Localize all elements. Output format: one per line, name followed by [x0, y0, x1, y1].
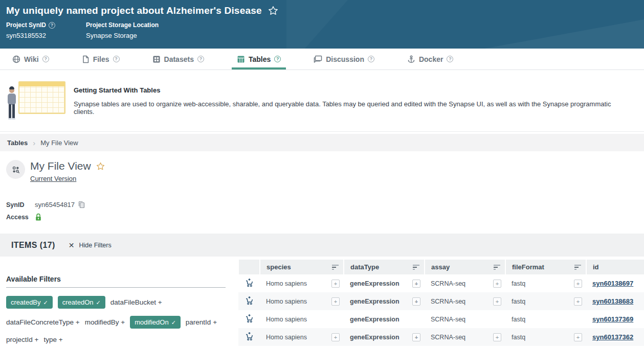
column-header-assay[interactable]: assay [425, 260, 505, 274]
cell-value: geneExpression [350, 316, 399, 323]
cell-assay: SCRNA-seq+ [425, 292, 505, 310]
add-facet-filter-icon[interactable]: + [412, 297, 420, 306]
column-header-fileFormat[interactable]: fileFormat [505, 260, 586, 274]
storage-location-field: Project Storage Location Synapse Storage [86, 21, 159, 39]
filter-icon[interactable] [412, 264, 420, 270]
add-facet-filter-icon[interactable]: + [331, 280, 340, 288]
filter-chips: createdBy✓createdOn✓dataFileBucket +data… [6, 296, 226, 343]
entity-favorite-star-icon[interactable] [96, 162, 105, 171]
cell-value: Homo sapiens [266, 334, 307, 341]
datasets-icon [152, 55, 161, 63]
cart-column-header [238, 260, 260, 274]
column-label: id [593, 263, 599, 271]
table-row: Homo sapiens+geneExpression+SCRNA-seq+fa… [238, 274, 644, 292]
filter-add-type[interactable]: type + [43, 336, 62, 343]
favorite-star-icon[interactable] [268, 6, 278, 16]
add-to-cart-icon[interactable] [245, 314, 254, 323]
add-facet-filter-icon[interactable]: + [493, 333, 501, 341]
cell-value: SCRNA-seq [431, 298, 465, 305]
synid-label: SynID [6, 201, 28, 209]
add-to-cart-icon[interactable] [245, 296, 254, 306]
filter-add-dataFileBucket[interactable]: dataFileBucket + [110, 298, 162, 306]
tab-label: Wiki [24, 55, 39, 63]
filter-icon[interactable] [574, 264, 582, 270]
cell-value: Homo sapiens [266, 280, 307, 287]
filter-chip-modifiedOn[interactable]: modifiedOn✓ [130, 316, 181, 329]
add-facet-filter-icon[interactable]: + [412, 280, 420, 288]
filter-add-projectId[interactable]: projectId + [6, 336, 38, 343]
synid-link[interactable]: syn60137362 [592, 333, 633, 341]
tab-docker[interactable]: Docker? [402, 49, 458, 70]
column-header-id[interactable]: id [586, 260, 644, 274]
cell-value: fastq [512, 280, 525, 287]
column-label: dataType [350, 263, 379, 271]
filter-chip-createdBy[interactable]: createdBy✓ [6, 296, 53, 309]
filter-icon[interactable] [493, 264, 501, 270]
column-label: species [267, 263, 291, 271]
synid-link[interactable]: syn60138683 [592, 297, 633, 305]
add-facet-filter-icon[interactable]: + [331, 297, 340, 306]
help-icon[interactable]: ? [447, 56, 453, 62]
cell-species: Homo sapiens+ [260, 328, 344, 346]
tab-wiki[interactable]: Wiki? [7, 49, 54, 70]
filter-add-modifiedBy[interactable]: modifiedBy + [85, 318, 125, 326]
filter-chip-createdOn[interactable]: createdOn✓ [58, 296, 105, 309]
cell-value: SCRNA-seq [431, 280, 465, 287]
tab-bar: Wiki?Files?Datasets?Tables?Discussion?Do… [0, 49, 644, 70]
tab-files[interactable]: Files? [77, 49, 125, 70]
items-count-title: ITEMS (17) [11, 241, 55, 250]
filter-icon[interactable] [331, 264, 339, 270]
cell-value: fastq [512, 334, 525, 341]
entity-metadata: SynID syn65454817 Access [0, 192, 644, 228]
synid-value: syn65454817 [35, 201, 75, 209]
help-icon[interactable]: ? [113, 56, 120, 62]
tab-discussion[interactable]: Discussion? [308, 49, 380, 70]
column-label: assay [431, 263, 450, 271]
tab-label: Discussion [326, 55, 364, 63]
synapse-project-page: My uniquely named project about Alzheime… [0, 0, 644, 347]
chevron-right-icon: › [33, 139, 35, 147]
add-facet-filter-icon[interactable]: + [493, 280, 501, 288]
cell-id: syn60138697 [586, 274, 644, 292]
cell-value: Homo sapiens [266, 298, 307, 305]
lock-icon[interactable] [35, 213, 42, 221]
project-synid-value: syn53185532 [6, 32, 55, 39]
hide-filters-button[interactable]: ✕ Hide Filters [69, 241, 112, 249]
copy-icon[interactable] [78, 201, 85, 209]
help-icon[interactable]: ? [49, 22, 55, 29]
cell-assay: SCRNA-seq+ [425, 328, 505, 346]
help-icon[interactable]: ? [274, 56, 281, 62]
cell-assay: SCRNA-seq [425, 310, 505, 328]
add-to-cart-icon[interactable] [245, 278, 254, 288]
add-facet-filter-icon[interactable]: + [493, 297, 501, 306]
add-facet-filter-icon[interactable]: + [331, 333, 340, 341]
tab-label: Files [93, 55, 109, 63]
cell-value: fastq [512, 298, 525, 305]
cell-fileFormat: fastq+ [505, 292, 586, 310]
add-facet-filter-icon[interactable]: + [574, 297, 582, 306]
file-view-table: speciesdataTypeassayfileFormatid Homo sa… [238, 260, 644, 346]
synid-link[interactable]: syn60138697 [592, 280, 633, 287]
add-facet-filter-icon[interactable]: + [574, 280, 582, 288]
synid-link[interactable]: syn60137369 [592, 315, 633, 323]
help-icon[interactable]: ? [42, 56, 49, 62]
cell-value: SCRNA-seq [431, 316, 465, 323]
help-icon[interactable]: ? [368, 56, 374, 62]
add-facet-filter-icon[interactable]: + [412, 333, 420, 341]
file-icon [82, 55, 90, 63]
tab-tables[interactable]: Tables? [232, 49, 286, 70]
current-version-link[interactable]: Current Version [30, 175, 76, 182]
filter-add-dataFileConcreteType[interactable]: dataFileConcreteType + [6, 318, 80, 326]
add-facet-filter-icon[interactable]: + [574, 333, 582, 341]
column-header-dataType[interactable]: dataType [344, 260, 425, 274]
filter-add-parentId[interactable]: parentId + [186, 318, 217, 326]
tab-datasets[interactable]: Datasets? [147, 49, 209, 70]
column-header-species[interactable]: species [260, 260, 344, 274]
cell-id: syn60138683 [586, 292, 644, 310]
storage-location-label: Project Storage Location [86, 21, 159, 29]
cell-dataType: geneExpression+ [344, 274, 425, 292]
cell-value: geneExpression [350, 280, 399, 287]
add-to-cart-icon[interactable] [245, 332, 254, 341]
help-icon[interactable]: ? [197, 56, 204, 62]
breadcrumb-tables-link[interactable]: Tables [7, 139, 28, 147]
